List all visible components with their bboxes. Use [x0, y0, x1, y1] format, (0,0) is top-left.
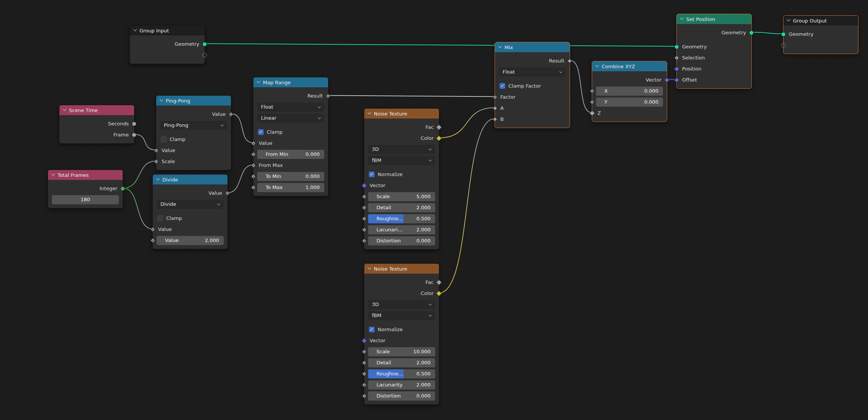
node-header[interactable]: Noise Texture: [364, 109, 439, 119]
socket-label: Result: [549, 58, 564, 64]
socket-label: Fac: [426, 124, 434, 130]
detail-field[interactable]: Detail2.000: [368, 203, 435, 212]
distortion-field[interactable]: Distortion0.000: [368, 236, 435, 245]
virtual-output-socket[interactable]: [202, 53, 207, 58]
node-header[interactable]: Total Frames: [48, 170, 123, 180]
collapse-chevron-icon[interactable]: [368, 266, 372, 269]
y-field[interactable]: Y0.000: [596, 98, 663, 107]
dimensions-dropdown[interactable]: 3D: [368, 145, 435, 154]
collapse-chevron-icon[interactable]: [156, 176, 160, 180]
node-title: Combine XYZ: [602, 64, 635, 69]
field-value: 0.500: [416, 216, 431, 221]
node-noise-texture-2[interactable]: Noise Texture Fac Color 3D fBM Normalize…: [364, 263, 439, 405]
node-link[interactable]: [439, 119, 495, 293]
noise-type-dropdown[interactable]: fBM: [368, 311, 435, 320]
normalize-checkbox[interactable]: [369, 327, 375, 332]
geometry-input-socket[interactable]: [674, 45, 679, 49]
collapse-chevron-icon[interactable]: [63, 107, 67, 111]
to-max-field[interactable]: To Max1.000: [257, 183, 324, 192]
collapse-chevron-icon[interactable]: [368, 111, 372, 114]
lacunarity-field[interactable]: Lacunarity2.000: [368, 380, 435, 390]
integer-output-socket[interactable]: [120, 186, 125, 191]
node-divide[interactable]: Divide Value Divide Clamp Value Value2.0…: [152, 174, 228, 249]
clamp-checkbox[interactable]: [157, 215, 163, 221]
node-total-frames[interactable]: Total Frames Integer 180: [48, 170, 123, 208]
field-value: 2.000: [416, 360, 431, 365]
node-group-output[interactable]: Group Output Geometry: [783, 15, 858, 54]
virtual-input-socket[interactable]: [781, 43, 786, 48]
operation-dropdown[interactable]: Divide: [157, 200, 224, 209]
interpolation-dropdown[interactable]: Linear: [257, 114, 324, 123]
dimensions-dropdown[interactable]: 3D: [368, 300, 435, 309]
node-group-input[interactable]: Group Input Geometry: [130, 25, 205, 64]
frame-output-socket[interactable]: [132, 133, 136, 137]
roughness-slider[interactable]: Roughne...0.500: [368, 369, 435, 378]
dropdown-chevron-icon: [318, 105, 321, 108]
node-header[interactable]: Set Position: [677, 14, 751, 24]
collapse-chevron-icon[interactable]: [51, 172, 55, 176]
node-link[interactable]: [205, 44, 676, 46]
node-editor-canvas[interactable]: Group Input Geometry Scene Time Seconds …: [0, 0, 868, 420]
socket-label: Color: [421, 135, 434, 141]
integer-value-field[interactable]: 180: [52, 195, 119, 204]
collapse-chevron-icon[interactable]: [160, 98, 163, 101]
distortion-field[interactable]: Distortion0.000: [368, 391, 435, 401]
noise-type-dropdown[interactable]: fBM: [368, 156, 435, 165]
node-mix[interactable]: Mix Result Float Clamp Factor Factor A B: [495, 42, 570, 128]
detail-field[interactable]: Detail2.000: [368, 358, 435, 367]
from-min-field[interactable]: From Min0.000: [257, 150, 324, 159]
geometry-input-socket[interactable]: [781, 32, 786, 37]
value-number-field[interactable]: Value2.000: [157, 236, 224, 245]
node-header[interactable]: Ping-Pong: [156, 96, 231, 106]
node-noise-texture-1[interactable]: Noise Texture Fac Color 3D fBM Normalize…: [364, 108, 439, 250]
seconds-output-socket[interactable]: [132, 122, 136, 126]
field-value: 10.000: [413, 349, 431, 354]
data-type-dropdown[interactable]: Float: [257, 103, 324, 112]
clamp-checkbox[interactable]: [161, 136, 167, 142]
normalize-checkbox[interactable]: [369, 172, 375, 177]
roughness-slider[interactable]: Roughne...0.500: [368, 214, 435, 223]
clamp-label: Clamp: [170, 136, 186, 142]
scale-field[interactable]: Scale10.000: [368, 347, 435, 356]
node-header[interactable]: Noise Texture: [364, 264, 439, 274]
node-link[interactable]: [570, 61, 592, 113]
node-header[interactable]: Divide: [153, 175, 227, 184]
field-label: Value: [165, 237, 179, 243]
node-header[interactable]: Group Input: [130, 26, 205, 35]
node-header[interactable]: Scene Time: [59, 105, 134, 115]
socket-label: Value: [212, 111, 226, 117]
node-set-position[interactable]: Set Position Geometry Geometry Selection…: [676, 14, 752, 89]
collapse-chevron-icon[interactable]: [133, 27, 137, 31]
node-link[interactable]: [228, 165, 253, 193]
node-header[interactable]: Combine XYZ: [592, 61, 667, 71]
node-link[interactable]: [123, 188, 152, 229]
collapse-chevron-icon[interactable]: [787, 18, 791, 21]
clamp-checkbox[interactable]: [258, 129, 264, 135]
node-header[interactable]: Group Output: [783, 16, 858, 26]
node-header[interactable]: Map Range: [253, 77, 328, 87]
node-map-range[interactable]: Map Range Result Float Linear Clamp Valu…: [253, 77, 328, 196]
node-link[interactable]: [135, 135, 156, 150]
geometry-output-socket[interactable]: [749, 30, 754, 35]
operation-dropdown[interactable]: Ping-Pong: [160, 121, 227, 130]
x-field[interactable]: X0.000: [596, 87, 663, 96]
data-type-dropdown[interactable]: Float: [499, 67, 566, 77]
node-link[interactable]: [231, 114, 253, 143]
node-link[interactable]: [123, 161, 156, 188]
node-header[interactable]: Mix: [495, 42, 570, 52]
collapse-chevron-icon[interactable]: [257, 79, 261, 83]
node-combine-xyz[interactable]: Combine XYZ Vector X0.000 Y0.000 Z: [592, 61, 667, 122]
lacunarity-field[interactable]: Lacunari...2.000: [368, 225, 435, 234]
collapse-chevron-icon[interactable]: [596, 63, 599, 67]
collapse-chevron-icon[interactable]: [680, 16, 684, 20]
to-min-field[interactable]: To Min0.000: [257, 172, 324, 181]
node-ping-pong[interactable]: Ping-Pong Value Ping-Pong Clamp Value Sc…: [156, 95, 231, 170]
socket-label: Vector: [370, 338, 385, 343]
dropdown-chevron-icon: [429, 313, 432, 316]
node-scene-time[interactable]: Scene Time Seconds Frame: [59, 105, 135, 144]
node-title: Mix: [504, 45, 513, 50]
geometry-output-socket[interactable]: [202, 42, 207, 46]
scale-field[interactable]: Scale5.000: [368, 192, 435, 201]
clamp-factor-checkbox[interactable]: [500, 83, 505, 89]
collapse-chevron-icon[interactable]: [498, 44, 502, 48]
